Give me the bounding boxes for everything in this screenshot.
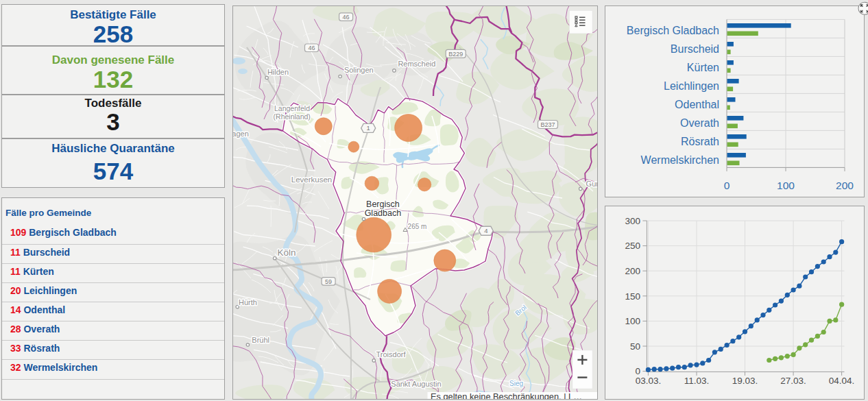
svg-text:11.03.: 11.03. [684,376,710,386]
svg-text:50: 50 [630,341,640,352]
svg-text:Solingen: Solingen [344,66,374,74]
svg-text:Leichlingen: Leichlingen [664,80,719,92]
svg-text:Bergisch Gladbach: Bergisch Gladbach [627,25,719,36]
svg-text:1: 1 [367,124,370,132]
svg-text:Wermelskirchen: Wermelskirchen [641,154,719,166]
svg-text:27.03.: 27.03. [780,376,806,386]
svg-text:Es gelten keine Beschränkungen: Es gelten keine Beschränkungen. | L… [431,391,582,400]
svg-text:B237: B237 [540,121,555,128]
svg-text:19.03.: 19.03. [732,376,758,386]
svg-text:Remscheid: Remscheid [398,60,435,68]
svg-text:Hilden: Hilden [267,68,289,76]
svg-text:Odenthal: Odenthal [675,99,719,110]
svg-text:pagen: pagen [233,130,249,138]
svg-text:46: 46 [343,14,350,21]
svg-text:300: 300 [625,216,640,226]
svg-text:265 m: 265 m [408,223,427,230]
svg-text:Sieg: Sieg [509,380,523,387]
svg-text:Langenfeld: Langenfeld [274,104,310,112]
svg-text:(Rheinland): (Rheinland) [274,112,311,121]
svg-text:B229: B229 [448,51,463,58]
svg-text:Kürten: Kürten [687,62,719,73]
svg-text:Rösrath: Rösrath [681,136,719,147]
svg-text:150: 150 [625,291,640,302]
svg-text:4: 4 [484,227,487,234]
svg-text:04.04.: 04.04. [829,376,855,386]
svg-text:Gladbach: Gladbach [365,208,402,218]
svg-text:250: 250 [625,241,640,251]
svg-text:Burscheid: Burscheid [671,43,719,55]
svg-text:100: 100 [625,316,640,326]
svg-text:0: 0 [724,180,730,191]
svg-text:200: 200 [836,180,854,191]
svg-text:100: 100 [777,180,795,191]
svg-text:Gum: Gum [586,180,598,188]
svg-text:Troisdorf: Troisdorf [376,350,407,359]
svg-text:Hürth: Hürth [239,298,257,306]
svg-text:Overath: Overath [680,117,719,129]
svg-text:Leverkusen: Leverkusen [291,175,332,184]
svg-text:Köln: Köln [278,247,296,258]
svg-text:Brühl: Brühl [252,336,269,344]
svg-text:46: 46 [308,45,315,51]
svg-text:Sankt Augustin: Sankt Augustin [391,380,441,388]
svg-text:200: 200 [625,266,640,276]
svg-text:59: 59 [325,278,332,285]
svg-text:03.03.: 03.03. [636,376,662,386]
